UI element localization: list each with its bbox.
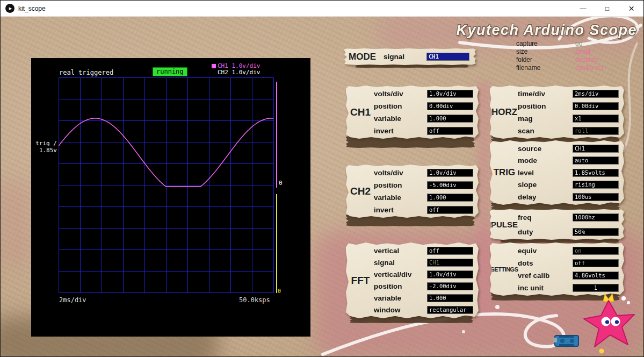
field-label: delay (518, 193, 537, 201)
info-value: oscillo-scr (575, 64, 604, 72)
app-window: ▶ kit_scope — □ ✕ Kyute (0, 0, 644, 357)
field-label: time/div (518, 90, 545, 98)
field-label: invert (374, 206, 394, 214)
field-label: slope (518, 181, 537, 189)
field-value[interactable]: rectangular (427, 306, 473, 314)
field-label: duty (518, 228, 533, 236)
field-value[interactable]: CH1 (426, 53, 469, 61)
ch2-color-swatch (212, 70, 216, 75)
field-label: equiv (518, 247, 537, 255)
field-value[interactable]: -5.00div (427, 181, 473, 189)
panel-row: verticaloff (374, 246, 473, 255)
scope-grid (59, 77, 274, 293)
legend-ch2: CH2 1.0v/div (218, 69, 260, 76)
field-label: scan (518, 127, 534, 135)
panel-row: variable1.000 (374, 294, 473, 303)
timebase-label: 2ms/div (59, 296, 86, 304)
field-value[interactable]: -2.00div (427, 282, 473, 290)
field-label: variable (374, 194, 401, 202)
field-value[interactable]: rising (573, 181, 619, 189)
field-label: variable (374, 115, 401, 123)
field-value[interactable]: 1.0v/div (427, 90, 473, 98)
field-value[interactable]: off (427, 247, 473, 255)
samplerate-label: 50.0ksps (239, 296, 270, 304)
close-button[interactable]: ✕ (619, 1, 643, 17)
field-value[interactable]: 100us (573, 193, 619, 201)
field-label: invert (374, 127, 394, 135)
maximize-button[interactable]: □ (595, 1, 619, 17)
field-value[interactable]: 1.000 (427, 115, 473, 123)
field-value[interactable]: 1.000 (427, 294, 473, 302)
field-value[interactable]: auto (573, 156, 619, 165)
trigger-level-label: trig / 1.85v (32, 140, 57, 154)
field-value[interactable]: off (427, 206, 473, 214)
field-value[interactable]: 0.00div (427, 102, 473, 110)
field-label: position (374, 181, 402, 189)
field-value[interactable]: 1.0v/div (427, 169, 473, 177)
trig-panel: TRIG sourceCH1modeautolevel1.85voltsslop… (490, 140, 624, 205)
panel-title: CH1 (348, 85, 373, 139)
panel-row: sourceCH1 (518, 144, 619, 153)
field-value[interactable]: 2ms/div (573, 90, 619, 98)
field-label: position (518, 102, 546, 110)
panel-title: CH2 (348, 165, 373, 218)
field-value[interactable]: 50% (573, 228, 619, 236)
field-value[interactable]: 1000hz (573, 213, 619, 222)
info-label: folder (516, 56, 575, 63)
info-label: capture (516, 40, 575, 47)
panel-title: FFT (348, 242, 373, 318)
ch1-range-indicator (276, 82, 277, 188)
info-label: size (516, 48, 575, 55)
field-label: inc unit (518, 284, 544, 292)
horz-panel: HORZ time/div2ms/divposition0.00divmagx1… (490, 85, 624, 139)
capture-info-row: capture go (516, 39, 642, 47)
field-value[interactable]: 0.00div (573, 102, 619, 110)
field-value[interactable]: off (573, 259, 619, 267)
panel-rows: equivondotsoffvref calib4.86voltsinc uni… (518, 246, 619, 292)
mode-panel: MODE signal CH1 (344, 48, 476, 65)
panel-rows: time/div2ms/divposition0.00divmagx1scanr… (518, 89, 619, 135)
panel-row: equivon (518, 246, 619, 255)
field-value[interactable]: CH1 (427, 259, 473, 267)
fft-panel: FFT verticaloffsignalCH1vertical/div1.0v… (346, 242, 479, 318)
background-blob (1, 178, 33, 269)
info-label: filename (516, 64, 575, 72)
field-value[interactable]: 1.000 (427, 194, 473, 202)
panel-row: dotsoff (518, 259, 619, 267)
acquisition-status: real triggered (59, 69, 113, 76)
background-blob (476, 80, 491, 319)
field-value[interactable]: off (427, 127, 473, 135)
mascot-star (576, 292, 643, 356)
capture-info-row: size small (516, 47, 642, 55)
panel-row: delay100us (518, 192, 619, 201)
field-label: vertical/div (374, 270, 412, 279)
panel-rows: volts/div1.0v/divposition-5.00divvariabl… (374, 168, 473, 214)
field-value[interactable]: roll (573, 127, 619, 135)
window-titlebar: ▶ kit_scope — □ ✕ (1, 1, 643, 17)
field-value[interactable]: 1.85volts (573, 169, 619, 177)
info-value: small (575, 48, 590, 55)
field-value[interactable]: on (573, 247, 619, 255)
ch2-range-indicator (276, 194, 277, 293)
field-label: mag (518, 115, 533, 123)
panel-row: position-5.00div (374, 181, 473, 189)
panel-row: scanroll (518, 126, 619, 135)
field-value[interactable]: 1.0v/div (427, 270, 473, 279)
capture-info-row: folder desktop (516, 55, 642, 63)
panel-row: variable1.000 (374, 193, 473, 202)
panel-rows: sourceCH1modeautolevel1.85voltssloperisi… (518, 144, 619, 201)
field-value[interactable]: 1 (573, 284, 619, 292)
panel-title: MODE (349, 52, 376, 62)
field-value[interactable]: x1 (573, 115, 619, 123)
minimize-button[interactable]: — (571, 1, 595, 17)
field-value[interactable]: 4.86volts (573, 272, 619, 280)
field-label: vref calib (518, 272, 549, 280)
panel-title: HORZ (492, 85, 517, 139)
field-value[interactable]: CH1 (573, 145, 619, 153)
panel-row: position0.00div (518, 102, 619, 110)
capture-info: capture go size small folder desktop fil… (516, 39, 642, 72)
panel-row: freq1000hz (518, 213, 619, 222)
field-label: variable (374, 294, 401, 302)
field-label: signal (374, 259, 395, 267)
field-label: source (518, 145, 541, 153)
